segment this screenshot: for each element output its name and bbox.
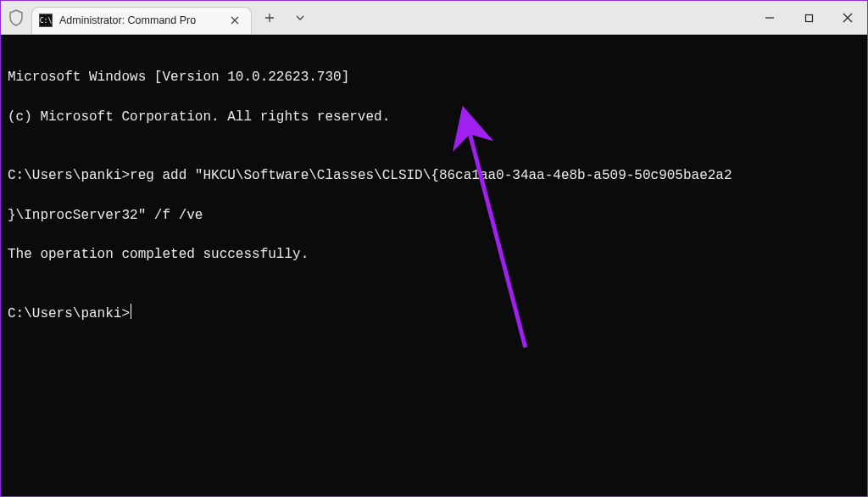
window-controls bbox=[750, 1, 867, 35]
maximize-button[interactable] bbox=[789, 1, 828, 35]
prompt: C:\Users\panki> bbox=[8, 306, 130, 321]
minimize-button[interactable] bbox=[750, 1, 789, 35]
titlebar: C:\ Administrator: Command Pro bbox=[1, 1, 867, 35]
terminal-line: (c) Microsoft Corporation. All rights re… bbox=[8, 108, 860, 127]
annotation-arrow-icon bbox=[1, 35, 867, 496]
terminal-line: Microsoft Windows [Version 10.0.22623.73… bbox=[8, 68, 860, 87]
cursor-icon bbox=[131, 304, 131, 319]
svg-rect-0 bbox=[805, 14, 812, 21]
tab-title: Administrator: Command Pro bbox=[59, 14, 220, 26]
app-window: C:\ Administrator: Command Pro Micros bbox=[0, 0, 868, 497]
tab-active[interactable]: C:\ Administrator: Command Pro bbox=[31, 7, 252, 34]
prompt: C:\Users\panki> bbox=[8, 168, 130, 183]
terminal-line: C:\Users\panki>reg add "HKCU\Software\Cl… bbox=[8, 166, 860, 186]
new-tab-button[interactable] bbox=[257, 5, 282, 31]
terminal-line: }\InprocServer32" /f /ve bbox=[8, 206, 860, 226]
tab-dropdown-button[interactable] bbox=[287, 5, 313, 31]
terminal-output[interactable]: Microsoft Windows [Version 10.0.22623.73… bbox=[1, 35, 867, 496]
command-text: reg add "HKCU\Software\Classes\CLSID\{86… bbox=[130, 168, 732, 183]
terminal-line: The operation completed successfully. bbox=[8, 245, 860, 265]
close-button[interactable] bbox=[828, 1, 867, 35]
cmd-favicon-icon: C:\ bbox=[39, 14, 53, 27]
terminal-line: C:\Users\panki> bbox=[8, 304, 860, 324]
shield-icon bbox=[1, 1, 31, 35]
tab-close-button[interactable] bbox=[227, 13, 242, 28]
